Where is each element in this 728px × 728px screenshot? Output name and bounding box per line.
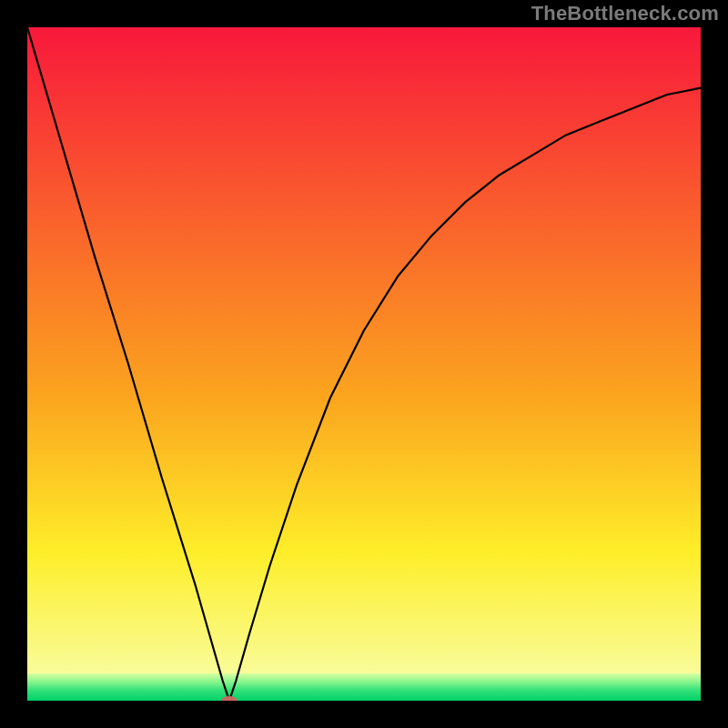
bottleneck-curve <box>27 27 701 701</box>
plot-area <box>27 27 701 701</box>
optimal-point-marker <box>221 696 238 701</box>
chart-frame: TheBottleneck.com <box>0 0 728 728</box>
watermark-text: TheBottleneck.com <box>531 2 719 25</box>
